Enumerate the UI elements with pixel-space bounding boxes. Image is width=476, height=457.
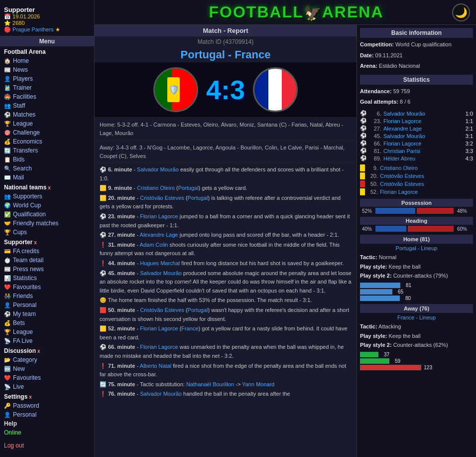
home-lineup-detail: Tactic: Normal Play style: Keep the ball… <box>360 253 473 281</box>
sidebar-item-cups[interactable]: 🏆Cups <box>0 228 94 237</box>
sidebar-item-league2[interactable]: 🏆League <box>0 327 94 336</box>
sidebar-item-fa-credits[interactable]: 💳FA credits <box>0 247 94 256</box>
link-oleiro[interactable]: Cristiano Oleiro <box>137 185 175 191</box>
sidebar-item-fa-live[interactable]: 📡FA Live <box>0 336 94 345</box>
sidebar-item-qualification[interactable]: ✅Qualification <box>0 210 94 219</box>
sidebar-item-staff[interactable]: 👥Staff <box>0 101 94 110</box>
sidebar-item-personal2[interactable]: 👤Personal <box>0 410 94 419</box>
link-lagorce-3[interactable]: Florian Lagorce <box>140 344 178 350</box>
event-5: ⚽27. minute - Alexandre Lage jumped onto… <box>100 231 352 240</box>
theme-toggle[interactable]: 🌙 <box>452 3 470 21</box>
supporter-collapse[interactable]: x <box>34 240 37 245</box>
goal-player-3[interactable]: Alexandre Lage <box>383 126 457 132</box>
national-collapse[interactable]: x <box>48 185 51 190</box>
sidebar-item-help[interactable]: Help <box>0 419 94 428</box>
sidebar-item-myteam[interactable]: ⚽My team <box>0 309 94 318</box>
link-mourao-2[interactable]: Salvador Mourão <box>140 270 182 276</box>
sidebar-item-statistics[interactable]: 📊Statistics <box>0 274 94 283</box>
goal-player-2[interactable]: Florian Lagorce <box>383 118 457 124</box>
goal-player-5[interactable]: Florian Lagorce <box>383 141 457 147</box>
away-bar-1: 37 <box>360 352 473 357</box>
link-esteves-1[interactable]: Cristóvão Esteves <box>140 195 184 201</box>
sidebar-item-favourites[interactable]: ❤️Favourites <box>0 283 94 292</box>
link-lagorce-1[interactable]: Florian Lagorce <box>140 213 178 219</box>
link-france-1[interactable]: France <box>181 325 198 331</box>
goal-player-7[interactable]: Hélder Abreu <box>383 155 457 161</box>
sidebar-item-mail[interactable]: ✉️Mail <box>0 173 94 182</box>
team-display[interactable]: 🔴 Prague Panthers ★ <box>4 26 90 33</box>
link-mourao-1[interactable]: Salvador Mourão <box>137 166 179 172</box>
link-bourillon[interactable]: Nathanaël Bourillon <box>186 381 234 387</box>
event-14: ❗76. minute - Salvador Mourão handled th… <box>100 390 352 399</box>
link-natal[interactable]: Alberto Natal <box>140 363 172 369</box>
link-lage[interactable]: Alexandre Lage <box>140 232 178 238</box>
settings-collapse[interactable]: x <box>29 394 32 400</box>
link-marchal[interactable]: Hugues Marchal <box>140 260 180 266</box>
sidebar-item-supporters[interactable]: 👥Supporters <box>0 192 94 201</box>
heading-bar: 40% 60% <box>360 226 473 232</box>
sidebar-item-password[interactable]: 🔑Password <box>0 401 94 410</box>
sidebar-item-logout[interactable]: Log out <box>0 441 94 450</box>
link-monard[interactable]: Yann Monard <box>242 381 274 387</box>
sidebar-item-home[interactable]: 🏠Home <box>0 56 94 65</box>
sidebar-item-category[interactable]: 📂Category <box>0 355 94 364</box>
card-player-1[interactable]: Cristiano Oleiro <box>380 165 418 171</box>
sidebar-item-trainer[interactable]: 🎽Trainer <box>0 83 94 92</box>
match-score-area: 🛡️ 4:3 <box>95 62 357 117</box>
event-4: ⚽23. minute - Florian Lagorce jumped to … <box>100 212 352 230</box>
logo: FOOTBALL🦅ARENA <box>209 3 384 21</box>
possession-away-label: 48% <box>455 208 469 214</box>
event-10: 🟨52. minute - Florian Lagorce (France) g… <box>100 324 352 342</box>
sidebar-item-bets[interactable]: 💰Bets <box>0 318 94 327</box>
sidebar-item-worldcup[interactable]: 🌍World Cup <box>0 201 94 210</box>
event-7: ❗44. minute - Hugues Marchal fired from … <box>100 259 352 268</box>
possession-title: Possession <box>360 199 473 207</box>
possession-section: Possession 52% 48% <box>360 199 473 214</box>
discussion-collapse[interactable]: x <box>37 348 40 354</box>
link-mourao-3[interactable]: Salvador Mourão <box>140 391 182 397</box>
sidebar-item-friendly[interactable]: 🤝Friendly matches <box>0 219 94 228</box>
link-portugal-1[interactable]: Portugal <box>178 185 199 191</box>
sidebar-item-matches[interactable]: ⚽Matches <box>0 110 94 119</box>
red-card-icon <box>360 180 365 187</box>
possession-away-bar <box>417 208 454 214</box>
card-player-2[interactable]: Cristóvão Esteves <box>380 173 424 179</box>
home-flag: 🛡️ <box>153 67 198 112</box>
goal-player-1[interactable]: Salvador Mourão <box>383 111 457 117</box>
link-portugal-3[interactable]: Portugal <box>188 307 208 313</box>
sidebar-item-economics[interactable]: 💰Economics <box>0 137 94 146</box>
away-lineup-title: Away (76) <box>360 304 473 313</box>
away-lineup-link[interactable]: France - Lineup <box>360 314 473 320</box>
sidebar-item-challenge[interactable]: 🎯Challenge <box>0 128 94 137</box>
sidebar-item-transfers[interactable]: 🔄Transfers <box>0 146 94 155</box>
link-colin[interactable]: Adam Colin <box>140 242 168 248</box>
sidebar-user-info: Supporter 📅 19.01.2026 ⭐ 2680 🔴 Prague P… <box>0 3 94 36</box>
goal-player-6[interactable]: Christian Parisi <box>383 148 457 154</box>
sidebar-item-friends[interactable]: 👫Friends <box>0 292 94 301</box>
sidebar-item-search[interactable]: 🔍Search <box>0 164 94 173</box>
sidebar-item-bids[interactable]: 📋Bids <box>0 155 94 164</box>
sidebar-item-team-detail[interactable]: ⏱️Team detail <box>0 256 94 265</box>
card-player-4[interactable]: Florian Lagorce <box>380 189 418 195</box>
sidebar-item-press-news[interactable]: 📰Press news <box>0 265 94 274</box>
sidebar-item-league[interactable]: 🏆League <box>0 119 94 128</box>
heading-home-label: 40% <box>360 226 374 232</box>
card-player-3[interactable]: Cristóvão Esteves <box>380 181 424 187</box>
sidebar-item-new[interactable]: 🆕New <box>0 364 94 373</box>
goal-player-4[interactable]: Salvador Mourão <box>383 133 457 139</box>
link-esteves-2[interactable]: Cristóvão Esteves <box>140 307 184 313</box>
sidebar-item-news[interactable]: 📰News <box>0 65 94 74</box>
away-flag <box>253 67 298 112</box>
event-3: 🟨20. minute - Cristóvão Esteves (Portuga… <box>100 194 352 211</box>
link-portugal-2[interactable]: Portugal <box>188 195 208 201</box>
link-lagorce-2[interactable]: Florian Lagorce <box>140 325 178 331</box>
sidebar-item-personal[interactable]: 👤Personal <box>0 301 94 309</box>
sidebar: Supporter 📅 19.01.2026 ⭐ 2680 🔴 Prague P… <box>0 0 95 457</box>
heading-title: Heading <box>360 217 473 225</box>
sidebar-item-live[interactable]: 📡Live <box>0 382 94 391</box>
header: FOOTBALL🦅ARENA 🌙 <box>95 0 476 25</box>
sidebar-item-facilities[interactable]: 🏟️Facilities <box>0 92 94 101</box>
home-lineup-link[interactable]: Portugal - Lineup <box>360 245 473 251</box>
sidebar-item-players[interactable]: 👤Players <box>0 74 94 83</box>
sidebar-item-favourites2[interactable]: ❤️Favourites <box>0 373 94 382</box>
